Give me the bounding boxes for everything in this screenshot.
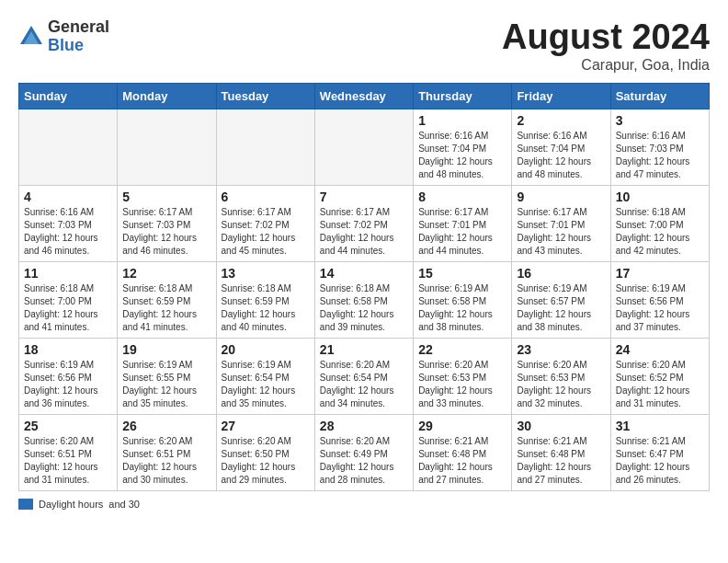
logo-text: General Blue [48, 18, 109, 55]
day-cell: 22Sunrise: 6:20 AM Sunset: 6:53 PM Dayli… [414, 338, 512, 414]
day-info: Sunrise: 6:19 AM Sunset: 6:58 PM Dayligh… [418, 282, 506, 334]
day-info: Sunrise: 6:18 AM Sunset: 6:59 PM Dayligh… [222, 282, 310, 334]
day-cell: 5Sunrise: 6:17 AM Sunset: 7:03 PM Daylig… [118, 185, 216, 261]
day-info: Sunrise: 6:21 AM Sunset: 6:48 PM Dayligh… [517, 435, 605, 487]
day-number: 16 [517, 266, 605, 281]
day-cell: 8Sunrise: 6:17 AM Sunset: 7:01 PM Daylig… [414, 185, 512, 261]
day-number: 17 [616, 266, 704, 281]
title-block: August 2024 Carapur, Goa, India [502, 18, 710, 74]
logo-blue-text: Blue [48, 37, 109, 55]
day-number: 7 [320, 190, 408, 204]
day-cell [216, 109, 314, 185]
day-cell: 3Sunrise: 6:16 AM Sunset: 7:03 PM Daylig… [610, 109, 709, 185]
day-info: Sunrise: 6:17 AM Sunset: 7:02 PM Dayligh… [320, 206, 408, 258]
week-row-3: 18Sunrise: 6:19 AM Sunset: 6:56 PM Dayli… [19, 338, 710, 414]
day-number: 24 [616, 342, 704, 357]
day-number: 18 [24, 342, 112, 357]
day-number: 1 [418, 113, 506, 128]
day-number: 27 [222, 419, 310, 433]
day-cell: 6Sunrise: 6:17 AM Sunset: 7:02 PM Daylig… [216, 185, 314, 261]
day-number: 14 [320, 266, 408, 281]
location-subtitle: Carapur, Goa, India [502, 57, 710, 74]
calendar-header: SundayMondayTuesdayWednesdayThursdayFrid… [19, 83, 710, 109]
day-cell: 17Sunrise: 6:19 AM Sunset: 6:56 PM Dayli… [610, 261, 709, 338]
header-cell-thursday: Thursday [414, 83, 512, 109]
day-number: 5 [122, 190, 210, 204]
header-cell-tuesday: Tuesday [216, 83, 314, 109]
day-cell: 14Sunrise: 6:18 AM Sunset: 6:58 PM Dayli… [314, 261, 413, 338]
day-number: 3 [616, 113, 704, 128]
day-info: Sunrise: 6:19 AM Sunset: 6:57 PM Dayligh… [517, 282, 605, 334]
day-number: 31 [616, 419, 704, 433]
day-cell: 25Sunrise: 6:20 AM Sunset: 6:51 PM Dayli… [19, 414, 118, 490]
day-info: Sunrise: 6:17 AM Sunset: 7:01 PM Dayligh… [517, 206, 605, 258]
day-info: Sunrise: 6:20 AM Sunset: 6:54 PM Dayligh… [320, 359, 408, 410]
day-cell: 27Sunrise: 6:20 AM Sunset: 6:50 PM Dayli… [216, 414, 314, 490]
day-info: Sunrise: 6:16 AM Sunset: 7:04 PM Dayligh… [418, 130, 506, 181]
week-row-0: 1Sunrise: 6:16 AM Sunset: 7:04 PM Daylig… [19, 109, 710, 185]
day-cell: 30Sunrise: 6:21 AM Sunset: 6:48 PM Dayli… [512, 414, 610, 490]
week-row-1: 4Sunrise: 6:16 AM Sunset: 7:03 PM Daylig… [19, 185, 710, 261]
legend-box [18, 499, 33, 510]
day-cell: 19Sunrise: 6:19 AM Sunset: 6:55 PM Dayli… [118, 338, 216, 414]
day-cell: 29Sunrise: 6:21 AM Sunset: 6:48 PM Dayli… [414, 414, 512, 490]
day-info: Sunrise: 6:20 AM Sunset: 6:51 PM Dayligh… [24, 435, 112, 487]
day-cell [19, 109, 118, 185]
day-cell: 28Sunrise: 6:20 AM Sunset: 6:49 PM Dayli… [314, 414, 413, 490]
week-row-4: 25Sunrise: 6:20 AM Sunset: 6:51 PM Dayli… [19, 414, 710, 490]
logo: General Blue [18, 18, 109, 55]
day-info: Sunrise: 6:17 AM Sunset: 7:03 PM Dayligh… [122, 206, 210, 258]
day-cell: 24Sunrise: 6:20 AM Sunset: 6:52 PM Dayli… [610, 338, 709, 414]
day-number: 30 [517, 419, 605, 433]
day-info: Sunrise: 6:18 AM Sunset: 7:00 PM Dayligh… [24, 282, 112, 334]
day-info: Sunrise: 6:20 AM Sunset: 6:51 PM Dayligh… [122, 435, 210, 487]
day-info: Sunrise: 6:21 AM Sunset: 6:47 PM Dayligh… [616, 435, 704, 487]
day-number: 26 [122, 419, 210, 433]
day-cell [118, 109, 216, 185]
page-header: General Blue August 2024 Carapur, Goa, I… [18, 18, 710, 74]
day-info: Sunrise: 6:17 AM Sunset: 7:02 PM Dayligh… [222, 206, 310, 258]
month-title: August 2024 [502, 18, 710, 57]
day-number: 4 [24, 190, 112, 204]
day-number: 12 [122, 266, 210, 281]
day-info: Sunrise: 6:16 AM Sunset: 7:03 PM Dayligh… [616, 130, 704, 181]
day-cell: 18Sunrise: 6:19 AM Sunset: 6:56 PM Dayli… [19, 338, 118, 414]
day-info: Sunrise: 6:20 AM Sunset: 6:53 PM Dayligh… [517, 359, 605, 410]
day-info: Sunrise: 6:18 AM Sunset: 6:59 PM Dayligh… [122, 282, 210, 334]
day-info: Sunrise: 6:16 AM Sunset: 7:04 PM Dayligh… [517, 130, 605, 181]
day-info: Sunrise: 6:21 AM Sunset: 6:48 PM Dayligh… [418, 435, 506, 487]
day-number: 8 [418, 190, 506, 204]
day-cell [314, 109, 413, 185]
day-info: Sunrise: 6:19 AM Sunset: 6:56 PM Dayligh… [24, 359, 112, 410]
day-cell: 12Sunrise: 6:18 AM Sunset: 6:59 PM Dayli… [118, 261, 216, 338]
day-number: 11 [24, 266, 112, 281]
day-info: Sunrise: 6:20 AM Sunset: 6:52 PM Dayligh… [616, 359, 704, 410]
legend-label: Daylight hours [39, 499, 103, 510]
logo-general-text: General [48, 18, 109, 37]
header-cell-sunday: Sunday [19, 83, 118, 109]
legend: Daylight hours and 30 [18, 499, 710, 510]
day-number: 13 [222, 266, 310, 281]
day-number: 15 [418, 266, 506, 281]
day-info: Sunrise: 6:16 AM Sunset: 7:03 PM Dayligh… [24, 206, 112, 258]
day-cell: 10Sunrise: 6:18 AM Sunset: 7:00 PM Dayli… [610, 185, 709, 261]
day-number: 25 [24, 419, 112, 433]
day-info: Sunrise: 6:19 AM Sunset: 6:55 PM Dayligh… [122, 359, 210, 410]
week-row-2: 11Sunrise: 6:18 AM Sunset: 7:00 PM Dayli… [19, 261, 710, 338]
day-cell: 16Sunrise: 6:19 AM Sunset: 6:57 PM Dayli… [512, 261, 610, 338]
day-cell: 4Sunrise: 6:16 AM Sunset: 7:03 PM Daylig… [19, 185, 118, 261]
day-info: Sunrise: 6:20 AM Sunset: 6:49 PM Dayligh… [320, 435, 408, 487]
calendar-body: 1Sunrise: 6:16 AM Sunset: 7:04 PM Daylig… [19, 109, 710, 490]
header-cell-saturday: Saturday [610, 83, 709, 109]
day-number: 10 [616, 190, 704, 204]
header-cell-monday: Monday [118, 83, 216, 109]
day-number: 19 [122, 342, 210, 357]
day-cell: 31Sunrise: 6:21 AM Sunset: 6:47 PM Dayli… [610, 414, 709, 490]
day-info: Sunrise: 6:17 AM Sunset: 7:01 PM Dayligh… [418, 206, 506, 258]
day-number: 21 [320, 342, 408, 357]
day-number: 9 [517, 190, 605, 204]
day-info: Sunrise: 6:18 AM Sunset: 7:00 PM Dayligh… [616, 206, 704, 258]
day-number: 2 [517, 113, 605, 128]
header-cell-wednesday: Wednesday [314, 83, 413, 109]
legend-sub: and 30 [108, 499, 140, 510]
